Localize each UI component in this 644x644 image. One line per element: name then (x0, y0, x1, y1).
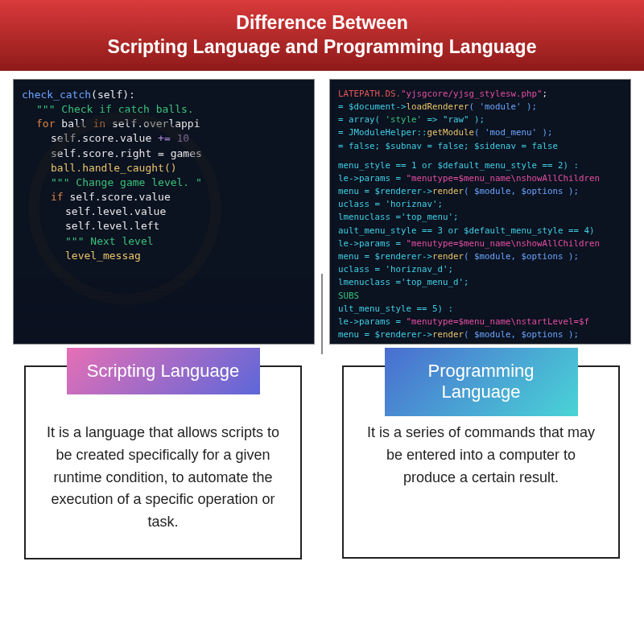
scripting-box: Scripting Language It is a language that… (24, 365, 302, 559)
definitions-row: Scripting Language It is a language that… (0, 361, 644, 564)
programming-title: Programming Language (385, 348, 578, 416)
header-line1: Difference Between (236, 12, 407, 33)
scripting-code-image: check_catch(self): """ Check if catch ba… (13, 79, 315, 345)
blur-overlay (14, 279, 314, 344)
page-header: Difference Between Scripting Language an… (0, 0, 644, 71)
header-line2: Scripting Language and Programming Langu… (108, 36, 537, 57)
programming-code-image: LATEPATH.DS."yjsgcore/yjsg_stylesw.php";… (329, 79, 631, 345)
scripting-title: Scripting Language (67, 348, 260, 394)
vertical-divider (321, 274, 323, 354)
programming-box: Programming Language It is a series of c… (342, 365, 620, 559)
